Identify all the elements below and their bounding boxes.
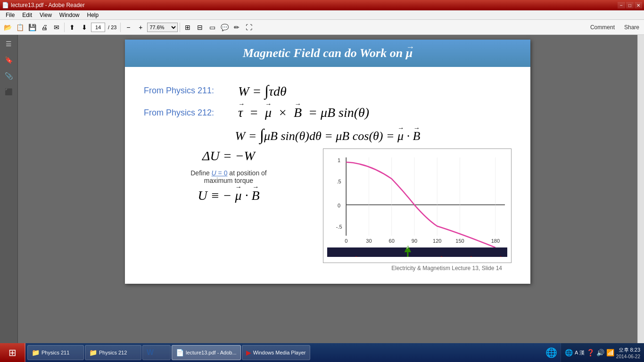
taskbar-item-wmp[interactable]: ▶ Windows Media Player [242,345,310,360]
svg-text:-.5: -.5 [336,224,342,230]
taskbar: ⊞ 📁 Physics 211 📁 Physics 212 W 📄 lectur… [0,343,644,362]
title-bar: 📄 lecture13.pdf - Adobe Reader − □ ✕ [0,0,644,10]
pdf-page: Magnetic Field can do Work on → μ From P… [125,40,530,284]
save-button[interactable]: 💾 [26,22,38,33]
markup-icon[interactable]: ✏ [231,22,242,33]
zoom-select[interactable]: 77.6% [147,23,178,32]
u-equiv-formula: U ≡ − → μ · → B [144,188,314,203]
adobe-icon: 📄 [176,349,184,356]
taskbar-item-word[interactable]: W [142,345,171,360]
left-panel: ☰ 🔖 📎 ⬛ [0,35,18,343]
panel-icon-layers[interactable]: ⬛ [4,87,14,97]
speaker-icon[interactable]: 🔊 [596,349,604,356]
system-tray: 🌐 A 漢 ❓ 🔊 📶 오후 8:23 2014-06-22 [561,343,644,362]
taskbar-items: 📁 Physics 211 📁 Physics 212 W 📄 lecture1… [25,343,542,362]
content-area: Magnetic Field can do Work on → μ From P… [18,35,637,343]
svg-text:150: 150 [455,238,464,244]
from-212-label: From Physics 212: [144,108,238,118]
fit-width-button[interactable]: ⊟ [194,22,206,33]
start-button[interactable]: ⊞ [0,343,25,362]
slide-footer: Electricity & Magnetism Lecture 13, Slid… [144,263,512,274]
print-button[interactable]: 🖨 [39,22,50,33]
menu-bar: File Edit View Window Help [0,10,644,20]
svg-text:60: 60 [389,238,395,244]
menu-file[interactable]: File [2,11,18,19]
scrollbar[interactable] [637,35,644,343]
fullscreen-button[interactable]: ⛶ [243,22,255,33]
open-button[interactable]: 📂 [2,22,13,33]
portfolio-button[interactable]: 📋 [14,22,25,33]
big-formula: W = ∫μB sin(θ)dθ = μB cos(θ) = → μ · → B [144,126,512,144]
menu-edit[interactable]: Edit [18,11,36,19]
toolbar-right: Comment Share [587,23,642,32]
zoom-in-button[interactable]: + [135,22,146,33]
date-display: 2014-06-22 [616,354,640,359]
folder-icon-211: 📁 [32,349,40,356]
formula-row-212: From Physics 212: → τ = → μ × [144,105,512,120]
language-area: A 漢 [575,349,585,356]
fit-page-button[interactable]: ⊞ [182,22,193,33]
help-icon[interactable]: ❓ [586,349,594,356]
single-page-button[interactable]: ▭ [206,22,218,33]
prev-page-button[interactable]: ⬆ [66,22,78,33]
panel-icon-hand[interactable]: ☰ [4,39,14,49]
word-icon: W [147,348,154,357]
network-icon[interactable]: 🌐 [565,349,573,356]
ie-button[interactable]: 🌐 [542,343,561,362]
zoom-out-button[interactable]: − [123,22,134,33]
separator-1 [64,23,65,32]
menu-view[interactable]: View [36,11,56,19]
formula-212: → τ = → μ × → B = μB sin [238,105,512,120]
folder-icon-212: 📁 [89,349,97,356]
left-equations: ΔU = −W Define U = 0 at position ofmaxim… [144,148,314,203]
title-bar-buttons: − □ ✕ [618,2,642,8]
panel-icon-attach[interactable]: 📎 [4,71,14,81]
toolbar: 📂 📋 💾 🖨 ✉ ⬆ ⬇ 14 / 23 − + 77.6% ⊞ ⊟ ▭ 💬 … [0,20,644,35]
svg-text:.5: .5 [337,179,341,184]
close-button[interactable]: ✕ [635,2,642,8]
signal-icon[interactable]: 📶 [606,349,614,356]
separator-3 [180,23,180,32]
slide-content: From Physics 211: W = ∫τdθ From Physics … [125,67,530,284]
windows-icon: ⊞ [8,347,17,358]
svg-text:μ: μ [406,242,410,249]
maximize-button[interactable]: □ [626,2,634,8]
taskbar-item-212-label: Physics 212 [99,350,127,355]
minimize-button[interactable]: − [618,2,625,8]
lang-label: A 漢 [575,349,585,356]
window-title: lecture13.pdf - Adobe Reader [11,2,85,8]
svg-text:B: B [442,256,446,257]
main-area: ☰ 🔖 📎 ⬛ Magnetic Field can do Work on → … [0,35,644,343]
taskbar-item-physics211[interactable]: 📁 Physics 211 [27,345,84,360]
formula-row-211: From Physics 211: W = ∫τdθ [144,82,512,99]
taskbar-item-wmp-label: Windows Media Player [253,350,306,355]
email-button[interactable]: ✉ [51,22,62,33]
svg-text:180: 180 [491,238,500,244]
delta-u-formula: ΔU = −W [144,148,314,164]
from-211-label: From Physics 211: [144,86,238,96]
page-total: / 23 [106,25,118,30]
slide-title: Magnetic Field can do Work on → μ [134,46,521,60]
menu-help[interactable]: Help [83,11,103,19]
share-button[interactable]: Share [621,23,642,32]
separator-2 [120,23,121,32]
menu-window[interactable]: Window [56,11,83,19]
title-bar-left: 📄 lecture13.pdf - Adobe Reader [2,2,85,8]
clock: 오후 8:23 2014-06-22 [616,346,640,359]
page-number-input[interactable]: 14 [91,23,105,32]
next-page-button[interactable]: ⬇ [79,22,90,33]
svg-text:1: 1 [338,157,340,163]
wmp-icon: ▶ [246,349,251,356]
lower-section: ΔU = −W Define U = 0 at position ofmaxim… [144,148,512,263]
taskbar-item-physics212[interactable]: 📁 Physics 212 [85,345,141,360]
taskbar-item-adobe[interactable]: 📄 lecture13.pdf - Adob... [172,345,241,360]
panel-icon-bookmark[interactable]: 🔖 [4,55,14,65]
svg-rect-20 [327,247,507,257]
comment-button[interactable]: Comment [587,23,618,32]
ie-icon: 🌐 [545,347,557,358]
svg-text:0: 0 [345,238,347,244]
svg-text:0: 0 [338,203,340,208]
taskbar-item-211-label: Physics 211 [41,350,69,355]
graph-svg: 1 .5 0 -.5 0 30 60 90 120 150 180 [327,153,507,257]
comment-icon[interactable]: 💬 [219,22,230,33]
